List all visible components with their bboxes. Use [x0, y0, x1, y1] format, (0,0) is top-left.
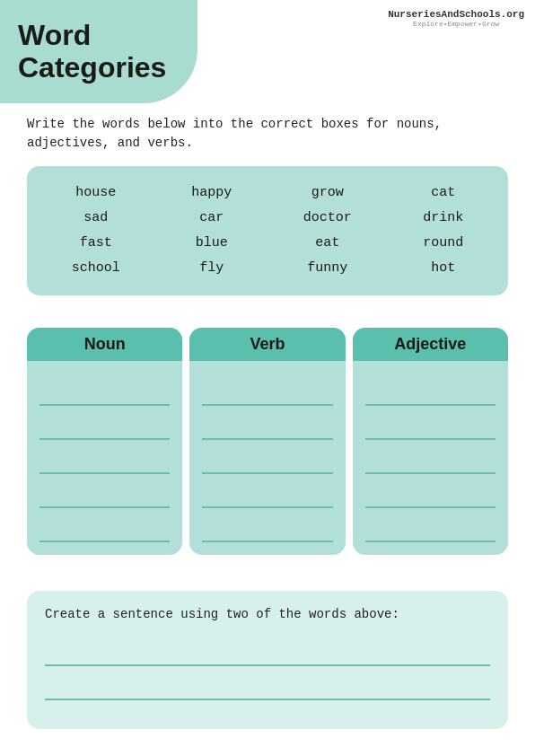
word-house: house — [75, 182, 116, 204]
noun-header: Noun — [27, 328, 182, 361]
verb-line-4[interactable] — [202, 474, 332, 508]
noun-line-5[interactable] — [39, 508, 170, 542]
title-line1: Word — [18, 19, 91, 51]
adjective-line-2[interactable] — [365, 406, 496, 440]
adjective-header: Adjective — [353, 328, 508, 361]
word-sad: sad — [83, 207, 108, 229]
adjective-lines — [353, 361, 508, 555]
word-column-4: cat drink round hot — [423, 182, 463, 279]
adjective-line-3[interactable] — [365, 440, 496, 474]
verb-header: Verb — [189, 328, 345, 361]
verb-line-5[interactable] — [202, 508, 332, 542]
word-column-3: grow doctor eat funny — [303, 182, 352, 279]
verb-line-3[interactable] — [202, 440, 332, 474]
word-car: car — [199, 207, 224, 229]
title-text: Word Categories — [18, 20, 166, 83]
word-school: school — [72, 258, 120, 279]
word-drink: drink — [423, 207, 463, 229]
word-eat: eat — [315, 233, 339, 254]
noun-lines — [27, 361, 182, 555]
noun-box: Noun — [27, 328, 182, 555]
instructions: Write the words below into the correct b… — [27, 115, 508, 153]
word-fly: fly — [199, 258, 224, 279]
noun-line-4[interactable] — [39, 474, 170, 508]
adjective-line-4[interactable] — [365, 474, 496, 508]
logo-sub: Explore•Empower•Grow — [388, 20, 524, 28]
title-line2: Categories — [18, 51, 166, 84]
word-round: round — [423, 233, 463, 254]
logo: NurseriesAndSchools.org Explore•Empower•… — [388, 9, 524, 28]
noun-line-3[interactable] — [39, 440, 170, 474]
word-blue: blue — [196, 233, 228, 254]
adjective-box: Adjective — [353, 328, 508, 555]
noun-line-1[interactable] — [39, 372, 170, 406]
word-doctor: doctor — [303, 207, 352, 229]
word-bank: house sad fast school happy car blue fly… — [27, 166, 508, 295]
word-cat: cat — [431, 182, 455, 204]
verb-line-1[interactable] — [202, 372, 332, 406]
logo-main: NurseriesAndSchools.org — [388, 9, 524, 20]
title-blob: Word Categories — [0, 0, 197, 103]
sentence-prompt: Create a sentence using two of the words… — [45, 607, 490, 621]
verb-box: Verb — [189, 328, 345, 555]
word-column-2: happy car blue fly — [191, 182, 232, 279]
noun-line-2[interactable] — [39, 406, 170, 440]
adjective-line-5[interactable] — [365, 508, 496, 542]
categories-row: Noun Verb Adjective — [27, 328, 508, 555]
word-happy: happy — [191, 182, 232, 204]
sentence-line-1[interactable] — [45, 639, 490, 666]
adjective-line-1[interactable] — [365, 372, 496, 406]
verb-line-2[interactable] — [202, 406, 332, 440]
sentence-section: Create a sentence using two of the words… — [27, 591, 508, 729]
verb-lines — [189, 361, 345, 555]
word-grow: grow — [311, 182, 344, 204]
word-column-1: house sad fast school — [72, 182, 120, 279]
word-hot: hot — [431, 258, 455, 279]
word-fast: fast — [80, 233, 112, 254]
sentence-line-2[interactable] — [45, 673, 490, 700]
word-funny: funny — [307, 258, 347, 279]
instructions-text: Write the words below into the correct b… — [27, 117, 442, 150]
